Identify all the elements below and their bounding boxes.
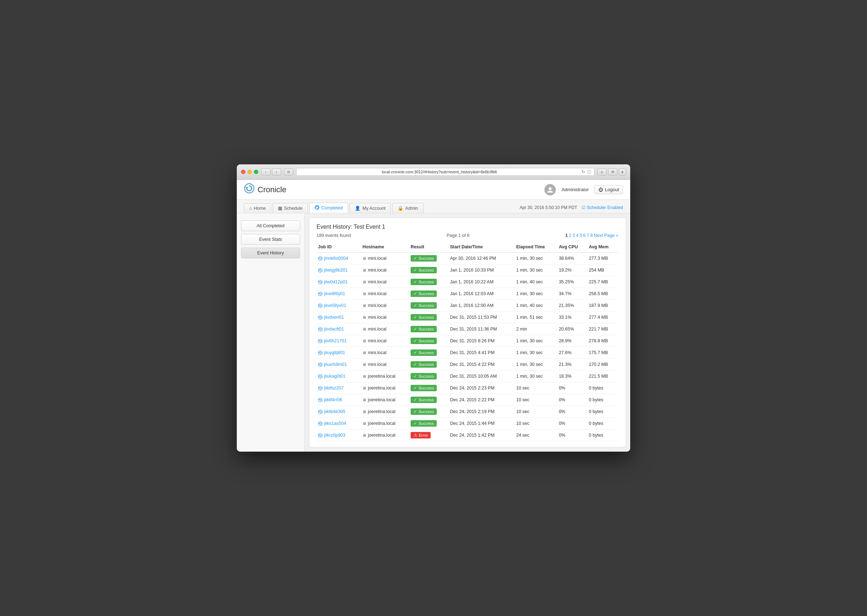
cell-avg-cpu: 18.3% [557, 371, 587, 382]
sidebar-item-event-stats[interactable]: Event Stats [241, 234, 300, 245]
cell-job-id: jiivdacft01 [317, 324, 361, 335]
cell-avg-mem: 225.7 MB [587, 276, 618, 288]
job-link[interactable]: jiiv6h21701 [318, 338, 358, 343]
server-icon: 🖥 [362, 398, 366, 402]
svg-point-14 [318, 386, 322, 390]
table-row: jiiktf4rr06 🖥 joeretina.local✓ SuccessDe… [317, 394, 618, 406]
job-link[interactable]: jiiuyg8j801 [318, 350, 358, 355]
cell-avg-cpu: 0% [557, 406, 587, 418]
success-badge: ✓ Success [411, 338, 437, 344]
job-link[interactable]: jiive58yv01 [318, 303, 358, 308]
job-link[interactable]: jiiktf4rr06 [318, 397, 358, 402]
server-icon: 🖥 [362, 280, 366, 284]
cell-hostname: 🖥 joeretina.local [361, 371, 409, 382]
cell-job-id: jiivdveri01 [317, 311, 361, 324]
page-8[interactable]: 8 [590, 233, 593, 238]
reload-icon[interactable]: ↻ [582, 170, 585, 174]
logo[interactable]: Cronicle [244, 183, 287, 196]
job-link[interactable]: jiiktb4e305 [318, 409, 358, 414]
tab-home[interactable]: ⌂ Home [244, 203, 271, 213]
close-button[interactable] [241, 170, 245, 174]
cell-avg-cpu: 21.35% [557, 300, 587, 311]
sidebar: All Completed Event Stats Event History [237, 213, 305, 452]
sidebar-item-all-completed[interactable]: All Completed [241, 220, 300, 231]
traffic-lights [241, 170, 258, 174]
page-2[interactable]: 2 [569, 233, 572, 238]
forward-button[interactable]: › [272, 168, 281, 176]
tab-admin[interactable]: 🔒 Admin [393, 203, 423, 213]
job-link[interactable]: jiiukag0t01 [318, 374, 358, 379]
page-6[interactable]: 6 [583, 233, 585, 238]
table-row: jiiks1as504 🖥 joeretina.local✓ SuccessDe… [317, 418, 618, 429]
success-badge: ✓ Success [411, 397, 437, 403]
cell-result: ✓ Success [409, 264, 449, 276]
cell-start: Dec 24, 2015 2:23 PM [449, 382, 515, 394]
cell-avg-mem: 0 bytes [587, 429, 618, 441]
sidebar-toggle-button[interactable]: ⊟ [284, 168, 293, 176]
page-1[interactable]: 1 [566, 233, 568, 238]
events-found: 189 events found [317, 233, 351, 238]
header-right: Administrator ⏻ Logout [544, 184, 623, 195]
cell-avg-mem: 221.7 MB [587, 324, 618, 335]
logout-label: Logout [605, 187, 619, 192]
nav-tabs: ⌂ Home ▦ Schedule Completed 👤 [237, 200, 630, 213]
app-header: Cronicle Administrator ⏻ Logout [237, 180, 630, 200]
cell-avg-cpu: 28.9% [557, 335, 587, 347]
job-link[interactable]: jiiwqg8b201 [318, 268, 358, 273]
cell-hostname: 🖥 mini.local [361, 253, 409, 264]
job-link[interactable]: jinnk6o0004 [318, 256, 358, 261]
tab-myaccount[interactable]: 👤 My Account [350, 203, 391, 213]
cell-start: Jan 1, 2016 12:00 AM [449, 300, 515, 311]
job-link[interactable]: jiikrz0p903 [318, 433, 358, 438]
cell-avg-cpu: 35.25% [557, 276, 587, 288]
fullscreen-button[interactable]: ⧉ [608, 168, 617, 176]
success-badge: ✓ Success [411, 279, 437, 285]
cell-result: ✓ Success [409, 406, 449, 418]
table-row: jiiwqg8b201 🖥 mini.local✓ SuccessJan 1, … [317, 264, 618, 276]
cell-elapsed: 10 sec [515, 418, 557, 429]
page-3[interactable]: 3 [572, 233, 575, 238]
cell-start: Dec 24, 2015 2:19 PM [449, 406, 515, 418]
maximize-button[interactable] [254, 170, 258, 174]
job-link[interactable]: jiiuxrb9m01 [318, 362, 358, 367]
events-table: Job ID Hostname Result Start Date/Time E… [317, 242, 618, 441]
info-icon[interactable]: ⓘ [587, 170, 591, 175]
back-button[interactable]: ‹ [261, 168, 270, 176]
address-bar[interactable]: local.cronicle.com:3012/#History?sub=eve… [296, 168, 594, 176]
job-link[interactable]: jiive8f6y01 [318, 291, 358, 296]
cell-job-id: jiiuxrb9m01 [317, 359, 361, 371]
job-link[interactable]: jiivdacft01 [318, 327, 358, 332]
cell-avg-cpu: 0% [557, 418, 587, 429]
job-link[interactable]: jiiw0d12p01 [318, 280, 358, 284]
cell-avg-cpu: 27.6% [557, 347, 587, 359]
job-link[interactable]: jiiktfsz207 [318, 385, 358, 391]
tab-completed[interactable]: Completed [309, 203, 348, 213]
server-icon: 🖥 [362, 421, 366, 426]
server-icon: 🖥 [362, 374, 366, 379]
cell-hostname: 🖥 mini.local [361, 335, 409, 347]
new-tab-button[interactable]: + [619, 168, 626, 176]
logout-button[interactable]: ⏻ Logout [594, 185, 623, 194]
cell-elapsed: 10 sec [515, 394, 557, 406]
page-7[interactable]: 7 [586, 233, 589, 238]
cell-avg-cpu: 21.3% [557, 359, 587, 371]
cell-job-id: jiiktfsz207 [317, 382, 361, 394]
cell-result: ✓ Success [409, 324, 449, 335]
share-button[interactable]: ⎋ [597, 168, 607, 176]
tab-schedule[interactable]: ▦ Schedule [273, 203, 308, 213]
cell-avg-mem: 221.5 MB [587, 371, 618, 382]
cell-job-id: jiiv6h21701 [317, 335, 361, 347]
table-area: Event History: Test Event 1 189 events f… [309, 218, 626, 447]
svg-point-0 [244, 184, 254, 193]
page-5[interactable]: 5 [579, 233, 582, 238]
cell-hostname: 🖥 mini.local [361, 288, 409, 300]
cell-start: Dec 24, 2015 1:42 PM [449, 429, 515, 441]
sidebar-item-event-history[interactable]: Event History [241, 248, 300, 258]
minimize-button[interactable] [247, 170, 252, 174]
next-page[interactable]: Next Page » [594, 233, 618, 238]
cell-avg-cpu: 38.64% [557, 253, 587, 264]
page-4[interactable]: 4 [576, 233, 579, 238]
job-link[interactable]: jiivdveri01 [318, 315, 358, 320]
job-link[interactable]: jiiks1as504 [318, 421, 358, 426]
cell-hostname: 🖥 joeretina.local [361, 406, 409, 418]
